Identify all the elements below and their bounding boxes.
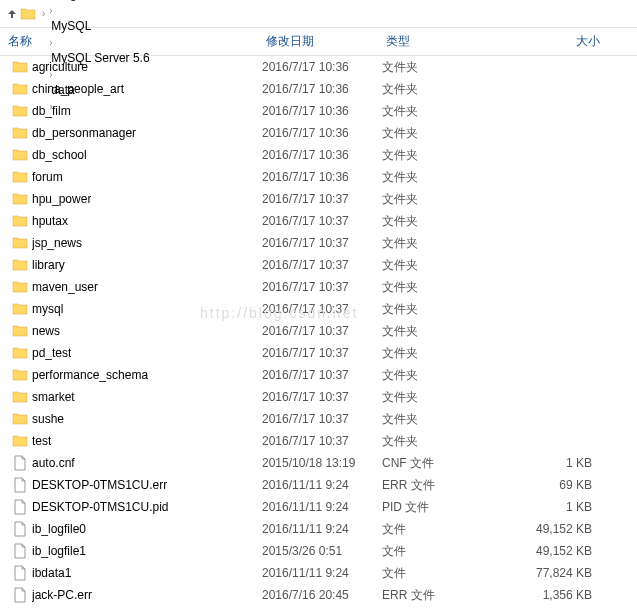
list-item[interactable]: china_people_art2016/7/17 10:36文件夹 <box>0 78 637 100</box>
list-item[interactable]: ib_logfile12015/3/26 0:51文件49,152 KB <box>0 540 637 562</box>
item-date: 2016/7/17 10:36 <box>262 60 382 74</box>
item-name: library <box>32 258 65 272</box>
list-item[interactable]: mysql2016/7/17 10:37文件夹 <box>0 298 637 320</box>
item-date: 2016/7/17 10:37 <box>262 346 382 360</box>
item-name: forum <box>32 170 63 184</box>
list-item[interactable]: test2016/7/17 10:37文件夹 <box>0 430 637 452</box>
list-item[interactable]: db_film2016/7/17 10:36文件夹 <box>0 100 637 122</box>
item-size: 1,356 KB <box>492 588 612 602</box>
column-size[interactable]: 大小 <box>488 29 608 54</box>
list-item[interactable]: agriculture2016/7/17 10:36文件夹 <box>0 56 637 78</box>
item-type: 文件夹 <box>382 169 492 186</box>
column-type[interactable]: 类型 <box>378 29 488 54</box>
column-name[interactable]: 名称 <box>0 29 258 54</box>
folder-icon <box>12 323 28 339</box>
chevron-right-icon[interactable]: › <box>47 5 54 16</box>
list-item[interactable]: ib_logfile02016/11/11 9:24文件49,152 KB <box>0 518 637 540</box>
list-item[interactable]: pd_test2016/7/17 10:37文件夹 <box>0 342 637 364</box>
item-type: 文件夹 <box>382 191 492 208</box>
item-name: db_school <box>32 148 87 162</box>
item-name: ib_logfile1 <box>32 544 86 558</box>
item-date: 2016/11/11 9:24 <box>262 500 382 514</box>
list-item[interactable]: hpu_power2016/7/17 10:37文件夹 <box>0 188 637 210</box>
file-icon <box>12 587 28 603</box>
folder-icon <box>12 279 28 295</box>
item-type: 文件夹 <box>382 103 492 120</box>
list-item[interactable]: DESKTOP-0TMS1CU.pid2016/11/11 9:24PID 文件… <box>0 496 637 518</box>
folder-icon <box>12 411 28 427</box>
item-type: PID 文件 <box>382 499 492 516</box>
item-date: 2016/7/17 10:36 <box>262 82 382 96</box>
item-name: db_personmanager <box>32 126 136 140</box>
list-item[interactable]: smarket2016/7/17 10:37文件夹 <box>0 386 637 408</box>
item-date: 2016/7/17 10:36 <box>262 148 382 162</box>
item-name: jsp_news <box>32 236 82 250</box>
list-item[interactable]: auto.cnf2015/10/18 13:19CNF 文件1 KB <box>0 452 637 474</box>
list-item[interactable]: jack-PC.err2016/7/16 20:45ERR 文件1,356 KB <box>0 584 637 606</box>
item-name: mysql <box>32 302 63 316</box>
column-headers: 名称 修改日期 类型 大小 <box>0 28 637 56</box>
item-name: agriculture <box>32 60 88 74</box>
list-item[interactable]: DESKTOP-0TMS1CU.err2016/11/11 9:24ERR 文件… <box>0 474 637 496</box>
item-name: pd_test <box>32 346 71 360</box>
item-type: CNF 文件 <box>382 455 492 472</box>
item-type: ERR 文件 <box>382 587 492 604</box>
list-item[interactable]: db_personmanager2016/7/17 10:36文件夹 <box>0 122 637 144</box>
list-item[interactable]: maven_user2016/7/17 10:37文件夹 <box>0 276 637 298</box>
list-item[interactable]: library2016/7/17 10:37文件夹 <box>0 254 637 276</box>
list-item[interactable]: sushe2016/7/17 10:37文件夹 <box>0 408 637 430</box>
list-item[interactable]: news2016/7/17 10:37文件夹 <box>0 320 637 342</box>
file-icon <box>12 521 28 537</box>
item-date: 2016/7/17 10:37 <box>262 324 382 338</box>
list-item[interactable]: jsp_news2016/7/17 10:37文件夹 <box>0 232 637 254</box>
item-date: 2016/7/17 10:36 <box>262 104 382 118</box>
item-type: 文件夹 <box>382 367 492 384</box>
item-name: performance_schema <box>32 368 148 382</box>
item-type: 文件夹 <box>382 59 492 76</box>
folder-icon <box>12 169 28 185</box>
file-icon <box>12 455 28 471</box>
item-date: 2016/7/16 20:45 <box>262 588 382 602</box>
item-name: hpu_power <box>32 192 91 206</box>
item-type: 文件夹 <box>382 213 492 230</box>
file-icon <box>12 543 28 559</box>
chevron-right-icon[interactable]: › <box>40 8 47 19</box>
list-item[interactable]: hputax2016/7/17 10:37文件夹 <box>0 210 637 232</box>
up-arrow-icon[interactable] <box>4 6 20 22</box>
list-item[interactable]: performance_schema2016/7/17 10:37文件夹 <box>0 364 637 386</box>
folder-icon <box>12 81 28 97</box>
list-item[interactable]: db_school2016/7/17 10:36文件夹 <box>0 144 637 166</box>
item-type: 文件夹 <box>382 411 492 428</box>
file-list: agriculture2016/7/17 10:36文件夹china_peopl… <box>0 56 637 606</box>
item-date: 2016/11/11 9:24 <box>262 522 382 536</box>
item-date: 2016/7/17 10:37 <box>262 368 382 382</box>
item-name: china_people_art <box>32 82 124 96</box>
item-name: auto.cnf <box>32 456 75 470</box>
item-type: 文件夹 <box>382 301 492 318</box>
item-size: 49,152 KB <box>492 544 612 558</box>
item-name: hputax <box>32 214 68 228</box>
file-icon <box>12 499 28 515</box>
folder-icon <box>12 213 28 229</box>
item-date: 2016/7/17 10:37 <box>262 302 382 316</box>
file-icon <box>12 565 28 581</box>
item-size: 49,152 KB <box>492 522 612 536</box>
item-date: 2016/7/17 10:37 <box>262 214 382 228</box>
folder-icon <box>12 235 28 251</box>
item-name: db_film <box>32 104 71 118</box>
list-item[interactable]: forum2016/7/17 10:36文件夹 <box>0 166 637 188</box>
list-item[interactable]: ibdata12016/11/11 9:24文件77,824 KB <box>0 562 637 584</box>
item-type: 文件夹 <box>382 235 492 252</box>
breadcrumb-item[interactable]: Program Files <box>47 0 153 3</box>
item-name: jack-PC.err <box>32 588 92 602</box>
item-name: news <box>32 324 60 338</box>
item-type: 文件夹 <box>382 81 492 98</box>
folder-icon <box>20 6 36 22</box>
item-date: 2016/7/17 10:36 <box>262 126 382 140</box>
column-date[interactable]: 修改日期 <box>258 29 378 54</box>
breadcrumb[interactable]: › 此电脑›本地磁盘 (C:)›Program Files›MySQL›MySQ… <box>0 0 637 28</box>
folder-icon <box>12 191 28 207</box>
item-type: ERR 文件 <box>382 477 492 494</box>
item-type: 文件夹 <box>382 323 492 340</box>
item-size: 77,824 KB <box>492 566 612 580</box>
